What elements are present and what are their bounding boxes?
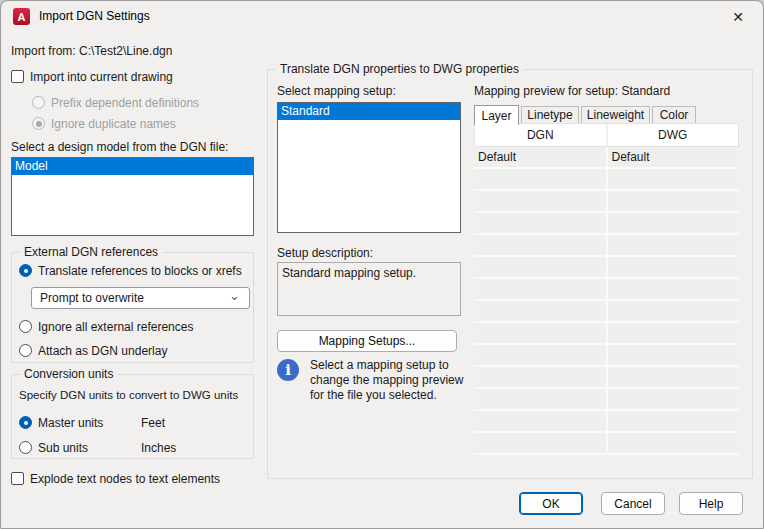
tab-layer[interactable]: Layer [474,105,519,125]
mapping-setups-button-label: Mapping Setups... [319,334,416,348]
table-row-empty[interactable] [474,367,739,389]
table-row-empty[interactable] [474,301,739,323]
chevron-down-icon: ⌄ [229,288,240,303]
select-mapping-setup-label: Select mapping setup: [277,84,396,98]
mapping-setups-button[interactable]: Mapping Setups... [277,330,457,352]
tab-linetype[interactable]: Linetype [521,106,579,124]
autocad-app-icon: A [13,8,30,25]
explode-text-nodes-checkbox[interactable] [11,472,24,485]
explode-text-nodes-label: Explode text nodes to text elements [30,472,220,486]
column-header-dgn: DGN [475,124,608,146]
table-cell-dwg [608,301,740,321]
mapping-preview-table[interactable]: DGN DWG Default Default [474,123,739,458]
master-units-value: Feet [141,416,165,430]
table-cell-dgn [474,367,608,387]
table-row-empty[interactable] [474,345,739,367]
table-cell-dwg [608,213,740,233]
close-icon: ✕ [732,9,744,25]
table-row-empty[interactable] [474,389,739,411]
import-from-label: Import from: C:\Test2\Line.dgn [11,44,172,58]
table-cell-dgn [474,345,608,365]
table-cell-dgn [474,235,608,255]
ignore-external-references-radio[interactable] [19,320,32,333]
external-dgn-references-title: External DGN references [20,245,162,259]
table-cell-dgn: Default [474,147,608,167]
translate-properties-title: Translate DGN properties to DWG properti… [276,62,523,76]
sub-units-radio[interactable] [19,441,32,454]
import-into-current-drawing-checkbox[interactable] [11,70,24,83]
mapping-preview-table-header: DGN DWG [474,123,739,147]
design-model-label: Select a design model from the DGN file: [11,140,228,154]
table-cell-dwg [608,279,740,299]
info-icon-glyph: i [285,361,291,379]
table-row-empty[interactable] [474,213,739,235]
design-model-listbox[interactable]: Model [11,157,254,236]
title-bar: A Import DGN Settings ✕ [1,1,763,31]
tab-linetype-label: Linetype [527,108,572,122]
close-button[interactable]: ✕ [721,4,755,29]
cancel-button-label: Cancel [614,497,651,511]
translate-references-label: Translate references to blocks or xrefs [38,264,242,278]
table-cell-dwg: Default [608,147,740,167]
table-empty-rows [474,169,739,455]
translate-references-radio[interactable] [19,264,32,277]
import-into-current-drawing-label: Import into current drawing [30,70,173,84]
table-cell-dgn [474,257,608,277]
table-cell-dwg [608,235,740,255]
setup-description-text: Standard mapping setup. [282,266,416,280]
ignore-duplicate-names-label: Ignore duplicate names [51,117,176,131]
overwrite-dropdown[interactable]: Prompt to overwrite ⌄ [31,287,250,309]
attach-dgn-underlay-radio[interactable] [19,344,32,357]
tab-color[interactable]: Color [652,106,696,124]
ignore-external-references-label: Ignore all external references [38,320,193,334]
mapping-setup-listbox[interactable]: Standard [277,102,461,233]
setup-description-label: Setup description: [277,246,373,260]
overwrite-dropdown-value: Prompt to overwrite [40,291,144,305]
table-cell-dwg [608,345,740,365]
info-text: Select a mapping setup to change the map… [310,358,472,403]
sub-units-label: Sub units [38,441,88,455]
table-cell-dgn [474,191,608,211]
table-row-empty[interactable] [474,279,739,301]
prefix-dependent-definitions-label: Prefix dependent definitions [51,96,199,110]
table-cell-dwg [608,323,740,343]
table-row-empty[interactable] [474,323,739,345]
help-button-label: Help [699,497,724,511]
table-cell-dwg [608,389,740,409]
conversion-units-title: Conversion units [20,367,117,381]
table-cell-dgn [474,389,608,409]
sub-units-value: Inches [141,441,176,455]
master-units-radio[interactable] [19,416,32,429]
table-row-empty[interactable] [474,257,739,279]
table-row-empty[interactable] [474,235,739,257]
ok-button-label: OK [542,497,559,511]
table-cell-dgn [474,279,608,299]
tab-lineweight[interactable]: Lineweight [581,106,650,124]
table-cell-dwg [608,411,740,431]
table-row-empty[interactable] [474,411,739,433]
table-cell-dgn [474,301,608,321]
conversion-units-subtitle: Specify DGN units to convert to DWG unit… [19,389,238,401]
table-cell-dwg [608,169,740,189]
table-cell-dwg [608,257,740,277]
table-cell-dgn [474,433,608,453]
table-cell-dgn [474,169,608,189]
table-cell-dwg [608,191,740,211]
design-model-item-selected[interactable]: Model [12,158,253,175]
table-row[interactable]: Default Default [474,147,739,169]
table-row-empty[interactable] [474,191,739,213]
table-cell-dgn [474,323,608,343]
tab-color-label: Color [660,108,689,122]
mapping-preview-label: Mapping preview for setup: Standard [474,84,670,98]
help-button[interactable]: Help [679,492,743,515]
tab-lineweight-label: Lineweight [587,108,644,122]
ok-button[interactable]: OK [519,492,583,515]
mapping-setup-item-selected[interactable]: Standard [278,103,460,120]
table-row-empty[interactable] [474,169,739,191]
ignore-duplicate-names-radio [32,117,45,130]
prefix-dependent-definitions-radio [32,96,45,109]
column-header-dwg: DWG [608,124,739,146]
cancel-button[interactable]: Cancel [601,492,665,515]
table-row-empty[interactable] [474,433,739,455]
import-dgn-settings-dialog: A Import DGN Settings ✕ Import from: C:\… [0,0,764,529]
